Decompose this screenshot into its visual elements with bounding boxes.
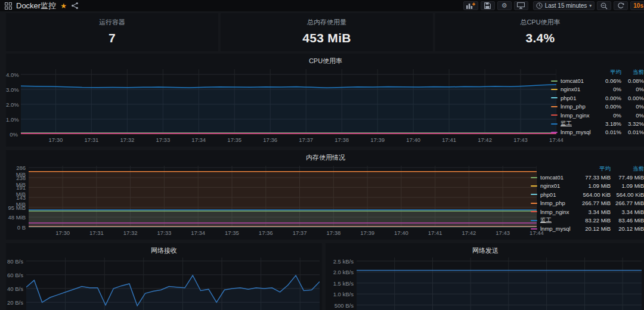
series-name[interactable]: lnmp_nginx (540, 209, 575, 215)
series-avg-value: 0.06% (596, 78, 621, 84)
stat-panel-total-memory: 总内存使用量 453 MiB (221, 13, 433, 51)
series-color-swatch (531, 211, 537, 212)
x-axis-tick: 17:38 (327, 137, 356, 143)
x-axis-tick: 17:30 (41, 137, 70, 143)
series-name[interactable]: 监工 (540, 216, 575, 224)
add-panel-button[interactable] (463, 1, 478, 10)
x-axis-tick: 17:35 (220, 137, 249, 143)
series-name[interactable]: nginx01 (540, 182, 575, 189)
series-current-value: 564.00 KiB (611, 191, 644, 198)
x-axis-tick: 17:33 (150, 230, 178, 236)
series-name[interactable]: php01 (561, 95, 596, 101)
x-axis-tick: 17:31 (82, 230, 111, 236)
network-send-chart[interactable] (357, 258, 642, 310)
legend-header-avg[interactable]: 平均 (575, 165, 611, 173)
series-name[interactable]: tomcat01 (561, 78, 596, 84)
series-current-value: 0.01% (621, 129, 644, 135)
panel-title[interactable]: 内存使用情况 (6, 153, 644, 162)
stat-value: 453 MiB (221, 31, 433, 45)
x-axis-tick: 17:35 (218, 230, 246, 236)
dashboard: Docker监控 ★ (0, 0, 644, 310)
refresh-button[interactable] (614, 1, 628, 10)
legend-row[interactable]: 监工83.22 MiB83.46 MiB (531, 216, 644, 224)
series-avg-value: 0% (596, 112, 621, 119)
legend-row[interactable]: lnmp_php266.77 MiB266.77 MiB (531, 199, 644, 207)
series-name[interactable]: 监工 (561, 120, 596, 128)
legend-row[interactable]: nginx011.09 MiB1.09 MiB (531, 182, 644, 190)
x-axis-tick: 17:43 (506, 137, 535, 143)
legend-row[interactable]: php01564.00 KiB564.00 KiB (531, 190, 644, 199)
refresh-icon (617, 2, 624, 10)
series-avg-value: 0.01% (596, 129, 621, 135)
legend-row[interactable]: tomcat0177.33 MiB77.49 MiB (531, 173, 644, 181)
legend-row[interactable]: lnmp_php0.00%0% (551, 103, 644, 111)
cycle-view-button[interactable] (514, 1, 528, 10)
memory-usage-chart[interactable] (29, 166, 537, 227)
stat-panel-total-cpu: 总CPU使用率 3.4% (435, 13, 644, 51)
add-panel-icon (466, 2, 475, 9)
panel-title[interactable]: 网络接收 (6, 246, 322, 255)
stat-label: 总内存使用量 (221, 18, 433, 27)
series-name[interactable]: php01 (540, 191, 575, 198)
legend-row[interactable]: lnmp_nginx3.34 MiB3.34 MiB (531, 207, 644, 216)
x-axis-tick: 17:34 (184, 137, 213, 143)
series-current-value: 83.46 MiB (611, 217, 644, 224)
memory-legend: 平均当前tomcat0177.33 MiB77.49 MiBnginx011.0… (531, 165, 644, 233)
legend-header-current[interactable]: 当前 (611, 165, 644, 173)
cycle-view-icon (517, 2, 525, 9)
panel-network-send: 网络发送 500 B/s1.0 kB/s1.5 kB/s2.0 kB/s2.5 … (326, 243, 644, 310)
legend-header: 平均当前 (551, 68, 644, 76)
legend-row[interactable]: php010.00%0.00% (551, 94, 644, 102)
series-name[interactable]: lnmp_php (561, 103, 596, 110)
series-name[interactable]: lnmp_php (540, 200, 575, 206)
series-color-swatch (551, 114, 558, 116)
legend-row[interactable]: 监工3.18%3.32% (551, 119, 644, 128)
stat-label: 总CPU使用率 (435, 18, 644, 27)
legend-row[interactable]: lnmp_nginx0%0% (551, 111, 644, 119)
series-current-value: 0% (621, 112, 644, 119)
dashboard-title[interactable]: Docker监控 (16, 1, 56, 11)
dashboard-settings-button[interactable]: ⚙ (497, 1, 512, 10)
series-color-swatch (551, 123, 558, 125)
y-axis-tick: 1.0% (6, 116, 18, 123)
series-avg-value: 20.12 MiB (575, 225, 611, 232)
share-icon[interactable] (71, 2, 79, 10)
x-axis-tick: 17:33 (148, 137, 177, 143)
series-current-value: 1.09 MiB (611, 182, 644, 189)
x-axis-tick: 17:36 (256, 137, 284, 143)
series-avg-value: 0.00% (596, 95, 621, 101)
series-name[interactable]: lnmp_nginx (561, 112, 596, 119)
time-range-picker[interactable]: Last 15 minutes ▾ (533, 1, 595, 10)
star-icon[interactable]: ★ (60, 2, 67, 10)
series-color-swatch (551, 89, 558, 90)
legend-row[interactable]: tomcat010.06%0.08% (551, 76, 644, 85)
x-axis-tick: 17:36 (252, 230, 280, 236)
panel-title[interactable]: CPU使用率 (6, 57, 644, 66)
y-axis-tick: 500 B/s (326, 302, 354, 309)
stat-value: 7 (6, 31, 218, 45)
y-axis-tick: 2.5 kB/s (326, 258, 354, 265)
legend-row[interactable]: nginx010%0% (551, 85, 644, 94)
zoom-out-button[interactable] (597, 1, 611, 10)
series-color-swatch (551, 106, 558, 107)
y-axis-tick: 48 MiB (6, 214, 26, 221)
save-dashboard-button[interactable] (481, 1, 495, 10)
legend-row[interactable]: lnmp_mysql0.01%0.01% (551, 128, 644, 137)
legend-header-current[interactable]: 当前 (621, 69, 644, 76)
apps-grid-icon[interactable] (5, 2, 12, 10)
zoom-out-icon (600, 2, 608, 10)
series-name[interactable]: lnmp_mysql (561, 129, 596, 135)
gear-icon: ⚙ (501, 2, 507, 9)
series-name[interactable]: nginx01 (561, 86, 596, 92)
cpu-usage-chart[interactable] (21, 69, 556, 134)
refresh-interval-button[interactable]: 10s (630, 1, 644, 10)
panel-title[interactable]: 网络发送 (326, 246, 644, 255)
network-receive-chart[interactable] (26, 258, 320, 310)
y-axis-tick: 0% (6, 131, 18, 138)
x-axis-tick: 17:37 (292, 137, 320, 143)
series-current-value: 266.77 MiB (611, 200, 644, 206)
series-color-swatch (531, 177, 537, 178)
legend-header-avg[interactable]: 平均 (596, 69, 621, 76)
series-name[interactable]: tomcat01 (540, 174, 575, 181)
stat-panel-running-containers: 运行容器 7 (6, 13, 218, 51)
